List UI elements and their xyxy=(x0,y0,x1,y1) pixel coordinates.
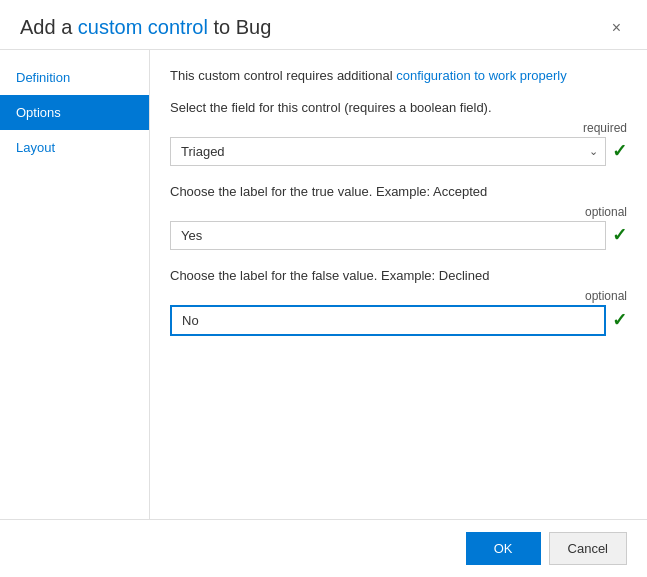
dialog: Add a custom control to Bug × Definition… xyxy=(0,0,647,577)
true-label-check-icon: ✓ xyxy=(612,224,627,246)
content-area: This custom control requires additional … xyxy=(150,50,647,519)
field-select-row: Triaged ⌄ ✓ xyxy=(170,137,627,166)
true-label-description: Choose the label for the true value. Exa… xyxy=(170,184,627,199)
true-label-row: ✓ xyxy=(170,221,627,250)
false-label-description: Choose the label for the false value. Ex… xyxy=(170,268,627,283)
true-label-group: Choose the label for the true value. Exa… xyxy=(170,184,627,250)
true-optional-label: optional xyxy=(170,205,627,219)
dialog-body: Definition Options Layout This custom co… xyxy=(0,50,647,519)
sidebar-item-options[interactable]: Options xyxy=(0,95,149,130)
title-accent: custom control xyxy=(78,16,208,38)
required-label: required xyxy=(170,121,627,135)
false-label-check-icon: ✓ xyxy=(612,309,627,331)
sidebar: Definition Options Layout xyxy=(0,50,150,519)
true-label-input[interactable] xyxy=(170,221,606,250)
false-label-row: ✓ xyxy=(170,305,627,336)
field-select-group: Select the field for this control (requi… xyxy=(170,100,627,166)
field-select-check-icon: ✓ xyxy=(612,140,627,162)
dialog-title: Add a custom control to Bug xyxy=(20,16,271,39)
cancel-button[interactable]: Cancel xyxy=(549,532,627,565)
field-select[interactable]: Triaged xyxy=(170,137,606,166)
title-suffix: to Bug xyxy=(208,16,271,38)
info-text-1: This custom control requires additional xyxy=(170,68,396,83)
sidebar-item-layout[interactable]: Layout xyxy=(0,130,149,165)
field-select-wrapper: Triaged ⌄ xyxy=(170,137,606,166)
false-label-input[interactable] xyxy=(170,305,606,336)
ok-button[interactable]: OK xyxy=(466,532,541,565)
false-label-group: Choose the label for the false value. Ex… xyxy=(170,268,627,336)
sidebar-item-definition[interactable]: Definition xyxy=(0,60,149,95)
info-text-config: configuration xyxy=(396,68,470,83)
title-prefix: Add a xyxy=(20,16,78,38)
info-text-2: to work properly xyxy=(471,68,567,83)
close-button[interactable]: × xyxy=(606,18,627,38)
info-message: This custom control requires additional … xyxy=(170,66,627,86)
dialog-footer: OK Cancel xyxy=(0,519,647,577)
false-optional-label: optional xyxy=(170,289,627,303)
dialog-header: Add a custom control to Bug × xyxy=(0,0,647,50)
field-select-label: Select the field for this control (requi… xyxy=(170,100,627,115)
